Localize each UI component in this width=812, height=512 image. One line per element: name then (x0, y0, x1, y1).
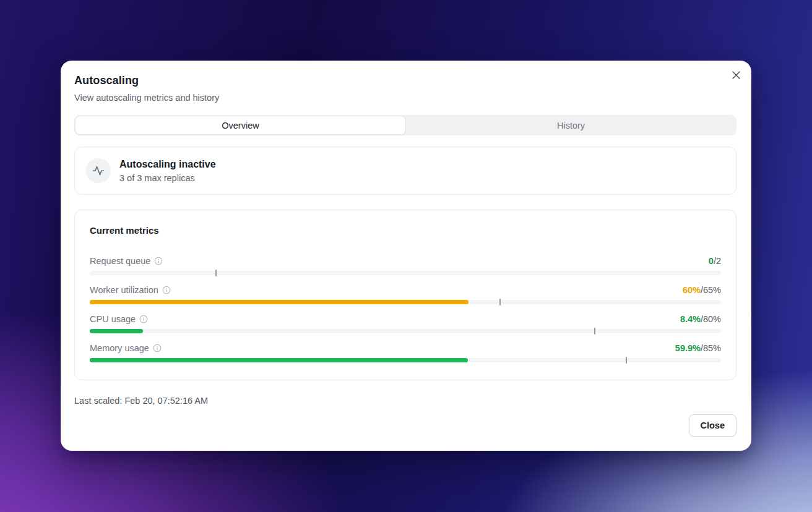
metrics-card-title: Current metrics (90, 225, 721, 236)
metric-current-value: 0 (709, 256, 714, 266)
info-icon[interactable] (162, 286, 171, 294)
metric-value: 60%/65% (683, 285, 721, 295)
tab-history[interactable]: History (406, 116, 736, 135)
close-button[interactable]: Close (689, 414, 737, 437)
metric-bar-fill (90, 358, 468, 362)
metric-threshold-tick (626, 357, 627, 364)
metric-row: Worker utilization 60%/65% (90, 285, 721, 304)
last-scaled-text: Last scaled: Feb 20, 07:52:16 AM (74, 396, 736, 406)
metric-value: 8.4%/80% (680, 314, 721, 324)
status-subtitle: 3 of 3 max replicas (119, 173, 216, 183)
metric-progress-bar (90, 300, 721, 304)
metric-value: 0/2 (709, 256, 721, 266)
metric-row: Request queue 0/2 (90, 256, 721, 275)
metric-progress-bar (90, 271, 721, 275)
autoscaling-modal: Autoscaling View autoscaling metrics and… (61, 61, 751, 451)
info-icon[interactable] (154, 257, 163, 265)
modal-title: Autoscaling (74, 73, 736, 87)
autoscaling-status-card: Autoscaling inactive 3 of 3 max replicas (74, 147, 736, 195)
modal-footer: Close (689, 414, 737, 437)
metric-rows: Request queue 0/2 Worker utilization (90, 256, 721, 362)
current-metrics-card: Current metrics Request queue 0/2 Worker… (74, 210, 736, 380)
metric-current-value: 60% (683, 285, 701, 295)
metric-label: Worker utilization (90, 285, 158, 295)
metric-progress-bar (90, 329, 721, 333)
metric-progress-bar (90, 358, 721, 362)
x-glyph (732, 70, 741, 80)
metric-threshold-value: /65% (701, 285, 721, 295)
modal-subtitle: View autoscaling metrics and history (74, 93, 736, 103)
metric-label: CPU usage (90, 314, 136, 324)
metric-threshold-value: /85% (701, 343, 721, 353)
metric-bar-fill (90, 329, 143, 333)
metric-current-value: 59.9% (675, 343, 701, 353)
info-icon[interactable] (153, 344, 162, 352)
metric-label: Request queue (90, 256, 150, 266)
metric-threshold-tick (499, 299, 501, 305)
metric-current-value: 8.4% (680, 314, 701, 324)
tab-bar: Overview History (74, 115, 736, 135)
info-icon[interactable] (139, 315, 148, 323)
metric-bar-fill (90, 300, 469, 304)
activity-icon (86, 158, 111, 183)
status-text-block: Autoscaling inactive 3 of 3 max replicas (119, 159, 216, 183)
metric-threshold-tick (594, 328, 595, 335)
metric-value: 59.9%/85% (675, 343, 721, 353)
metric-threshold-value: /80% (701, 314, 721, 324)
metric-row: Memory usage 59.9%/85% (90, 343, 721, 362)
tab-overview[interactable]: Overview (75, 116, 406, 135)
metric-threshold-value: /2 (714, 256, 721, 266)
metric-label: Memory usage (90, 343, 149, 353)
status-title: Autoscaling inactive (119, 159, 216, 170)
close-icon[interactable] (730, 69, 742, 81)
metric-threshold-tick (215, 270, 217, 276)
metric-row: CPU usage 8.4%/80% (90, 314, 721, 333)
